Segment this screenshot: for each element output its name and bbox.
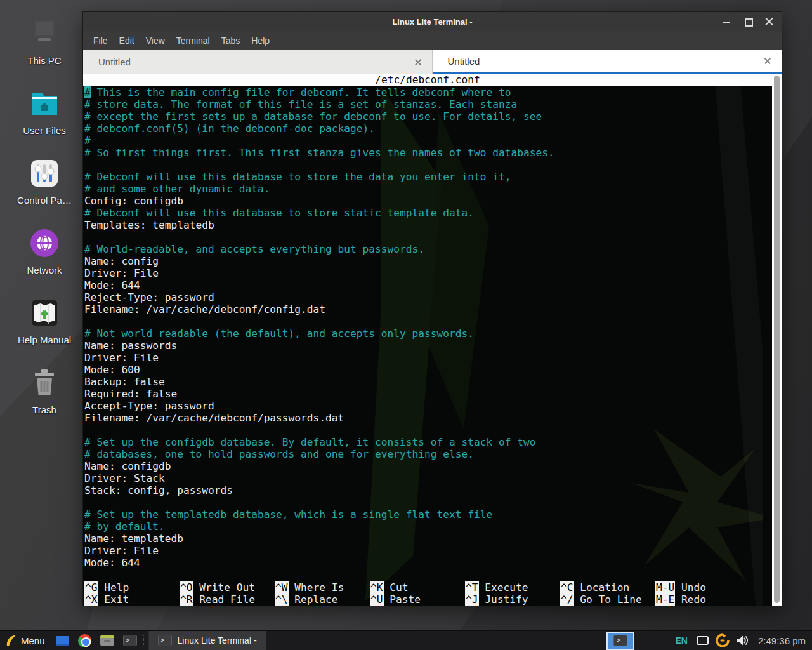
- editor-line: Name: passwords: [84, 340, 772, 352]
- menu-item-terminal[interactable]: Terminal: [176, 36, 210, 46]
- display-tray-icon[interactable]: [697, 636, 709, 645]
- this-pc-icon: [27, 17, 62, 51]
- nano-shortcut: ^C Location: [560, 581, 655, 594]
- user-files-folder-icon: [27, 86, 62, 121]
- shortcut-key: ^C: [560, 581, 574, 594]
- menu-item-edit[interactable]: Edit: [119, 36, 134, 46]
- nano-shortcut: ^X Exit: [84, 594, 180, 606]
- terminal-icon: >_: [613, 635, 627, 646]
- editor-line: # Debconf will use this database to stor…: [84, 207, 772, 219]
- editor-line: # by default.: [84, 521, 772, 533]
- shortcut-key: ^R: [180, 594, 193, 606]
- nano-shortcut: ^W Where Is: [275, 581, 370, 594]
- taskbar-clock[interactable]: 2:49:36 pm: [758, 635, 806, 646]
- close-button[interactable]: [765, 17, 774, 26]
- shortcut-row-1: ^G Help^O Write Out^W Where Is^K Cut^T E…: [84, 581, 772, 594]
- tab-bar: Untitled Untitled: [83, 50, 782, 74]
- control-panel-sliders-icon: [27, 156, 62, 190]
- editor-line: # store data. The format of this file is…: [84, 98, 772, 110]
- terminal-screen[interactable]: GNU nano 7.2 /etc/debconf.conf # This is…: [83, 74, 772, 606]
- nano-titlebar: GNU nano 7.2 /etc/debconf.conf: [83, 74, 772, 86]
- tab-untitled-2[interactable]: Untitled: [433, 50, 782, 74]
- editor-line: Filename: /var/cache/debconf/config.dat: [84, 303, 772, 315]
- start-menu-button[interactable]: Menu: [0, 631, 51, 650]
- taskbar-window-label: Linux Lite Terminal -: [178, 635, 257, 646]
- nano-shortcut-bar: ^G Help^O Write Out^W Where Is^K Cut^T E…: [83, 581, 772, 606]
- editor-line: Required: false: [84, 388, 772, 400]
- volume-speaker-icon[interactable]: [737, 635, 749, 646]
- tab-untitled-1[interactable]: Untitled: [83, 50, 433, 74]
- editor-line: # World-readable, and accepts everything…: [84, 243, 772, 255]
- editor-line: [84, 496, 772, 508]
- editor-line: Driver: File: [84, 267, 772, 279]
- editor-line: # So first things first. This first stan…: [84, 147, 772, 159]
- desktop-icon-label: This PC: [5, 55, 84, 66]
- editor-line: # This is the main config file for debco…: [84, 86, 772, 98]
- nano-shortcut: ^U Paste: [370, 594, 465, 606]
- desktop-icon-control-panel[interactable]: Control Pa…: [5, 156, 84, 206]
- nano-shortcut: M-E Redo: [655, 594, 750, 606]
- scrollbar-thumb[interactable]: [774, 76, 780, 603]
- minimize-button[interactable]: [722, 17, 731, 26]
- tab-label: Untitled: [448, 56, 764, 67]
- editor-line: [84, 424, 772, 436]
- editor-line: #: [84, 135, 772, 147]
- scrollbar-track[interactable]: [772, 74, 782, 606]
- text-cursor: #: [84, 86, 91, 98]
- editor-line: [84, 231, 772, 243]
- nano-shortcut: ^\ Replace: [275, 594, 370, 606]
- nano-shortcut: ^J Justify: [465, 594, 560, 606]
- editor-line: Templates: templatedb: [84, 219, 772, 231]
- editor-line: Mode: 644: [84, 557, 772, 569]
- shortcut-key: ^K: [370, 581, 384, 594]
- window-title: Linux Lite Terminal -: [83, 17, 782, 27]
- menu-item-tabs[interactable]: Tabs: [221, 36, 240, 46]
- keyboard-layout-indicator[interactable]: EN: [675, 635, 687, 646]
- editor-line: Stack: config, passwords: [84, 484, 772, 496]
- file-manager-icon[interactable]: [96, 631, 119, 650]
- nano-shortcut: ^G Help: [84, 581, 180, 594]
- editor-line: # Not world readable (the default), and …: [84, 328, 772, 340]
- tab-close-icon[interactable]: [764, 57, 771, 65]
- help-manual-map-icon: [27, 296, 62, 330]
- desktop-icon-network[interactable]: Network: [5, 226, 84, 275]
- editor-line: # debconf.conf(5) (in the debconf-doc pa…: [84, 123, 772, 135]
- editor-line: Accept-Type: password: [84, 400, 772, 412]
- nano-shortcut: ^R Read File: [180, 594, 275, 606]
- terminal-launcher-icon[interactable]: >_: [119, 631, 141, 650]
- shortcut-key: ^J: [465, 594, 479, 606]
- chrome-browser-icon[interactable]: [74, 631, 96, 650]
- tray-terminal-indicator[interactable]: >_: [606, 632, 634, 650]
- editor-line: Driver: Stack: [84, 472, 772, 484]
- editor-line: Driver: File: [84, 545, 772, 557]
- shortcut-row-2: ^X Exit^R Read File^\ Replace^U Paste^J …: [84, 594, 772, 606]
- tab-close-icon[interactable]: [414, 58, 422, 66]
- terminal-window: Linux Lite Terminal - FileEditViewTermin…: [82, 11, 782, 606]
- shortcut-key: ^U: [370, 594, 384, 606]
- taskbar-window-button[interactable]: >_ Linux Lite Terminal -: [148, 631, 266, 650]
- terminal-icon: >_: [158, 635, 172, 646]
- update-manager-icon[interactable]: [716, 633, 730, 647]
- tab-label: Untitled: [98, 56, 414, 67]
- menu-item-view[interactable]: View: [146, 36, 165, 46]
- desktop-icon-trash[interactable]: Trash: [5, 366, 84, 415]
- menu-item-help[interactable]: Help: [251, 36, 270, 46]
- maximize-button[interactable]: [743, 17, 752, 26]
- editor-line: Name: configdb: [84, 460, 772, 472]
- nano-shortcut: ^/ Go To Line: [560, 594, 655, 606]
- editor-line: Mode: 600: [84, 364, 772, 376]
- editor-line: # databases, one to hold passwords and o…: [84, 448, 772, 460]
- nano-shortcut: ^K Cut: [370, 581, 465, 594]
- window-titlebar[interactable]: Linux Lite Terminal -: [83, 12, 782, 31]
- nano-lines: # This is the main config file for debco…: [83, 86, 772, 569]
- linux-lite-logo-icon: [5, 635, 16, 647]
- desktop-icon-this-pc[interactable]: This PC: [5, 17, 84, 66]
- nano-shortcut: M-U Undo: [655, 581, 750, 594]
- desktop-icon-user-files[interactable]: User Files: [5, 86, 84, 136]
- shortcut-key: ^T: [465, 581, 479, 594]
- trash-can-icon: [27, 366, 62, 400]
- workspace-pager-icon[interactable]: [51, 631, 74, 650]
- menu-item-file[interactable]: File: [93, 36, 108, 46]
- desktop-icon-help-manual[interactable]: Help Manual: [5, 296, 84, 345]
- shortcut-key: ^G: [84, 581, 98, 594]
